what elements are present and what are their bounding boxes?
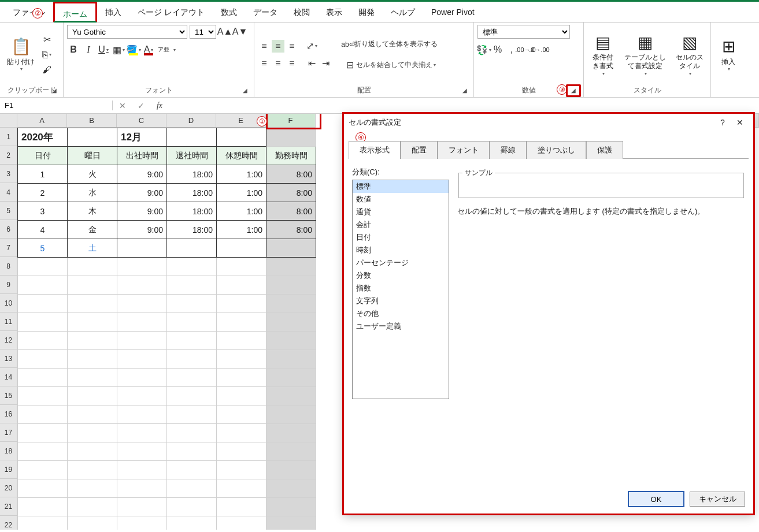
cell[interactable]: 休憩時間 (217, 147, 266, 165)
cell[interactable] (266, 258, 316, 276)
dialog-help-button[interactable]: ? (714, 114, 731, 131)
align-right-icon[interactable]: ≡ (286, 57, 298, 70)
row-header-17[interactable]: 17 (0, 423, 17, 442)
cell[interactable] (217, 369, 266, 387)
row-header-8[interactable]: 8 (0, 257, 17, 276)
cell[interactable] (18, 498, 68, 516)
cell[interactable]: 1:00 (217, 221, 266, 239)
cell-styles-button[interactable]: ▧セルのスタイル▾ (672, 31, 707, 79)
row-header-20[interactable]: 20 (0, 479, 17, 497)
font-launcher-icon[interactable]: ◢ (241, 87, 249, 95)
cell[interactable]: 曜日 (68, 147, 117, 165)
cell[interactable] (117, 442, 167, 461)
row-header-12[interactable]: 12 (0, 331, 17, 349)
cell[interactable] (68, 128, 117, 147)
menu-view[interactable]: 表示 (318, 2, 350, 23)
row-header-6[interactable]: 6 (0, 220, 17, 239)
fx-icon[interactable]: fx (152, 99, 167, 112)
cell[interactable] (217, 479, 266, 498)
enter-formula-icon[interactable]: ✓ (134, 99, 149, 112)
cell[interactable] (217, 442, 266, 461)
cell[interactable] (18, 258, 68, 276)
formula-input[interactable] (169, 98, 759, 113)
decrease-indent-icon[interactable]: ⇤ (305, 57, 318, 70)
cell[interactable] (117, 498, 167, 516)
cell[interactable]: 9:00 (117, 221, 167, 239)
category-item[interactable]: 数値 (353, 193, 449, 206)
dialog-tab-0[interactable]: 表示形式 (349, 141, 401, 159)
cell[interactable] (167, 128, 217, 147)
cell[interactable]: 火 (68, 165, 117, 184)
cell[interactable] (117, 516, 167, 530)
category-item[interactable]: ユーザー定義 (353, 320, 449, 333)
col-header-c[interactable]: C (117, 114, 166, 128)
dialog-close-button[interactable]: ✕ (731, 114, 749, 131)
col-header-f[interactable]: F (266, 114, 316, 128)
underline-button[interactable]: U▾ (97, 43, 110, 56)
copy-icon[interactable]: ⎘▾ (40, 49, 53, 61)
cell[interactable] (117, 295, 167, 313)
cell[interactable]: 8:00 (266, 202, 316, 221)
border-button[interactable]: ▦▾ (112, 43, 125, 56)
row-header-11[interactable]: 11 (0, 312, 17, 331)
cell[interactable] (117, 350, 167, 369)
merge-center-button[interactable]: ⊟セルを結合して中央揃え▾ (338, 57, 442, 73)
font-color-button[interactable]: A▾ (142, 43, 155, 56)
conditional-format-button[interactable]: ▤条件付き書式▾ (587, 31, 619, 79)
font-size-select[interactable]: 11 (190, 25, 216, 39)
category-item[interactable]: その他 (353, 307, 449, 320)
category-item[interactable]: 分数 (353, 269, 449, 282)
cell[interactable] (18, 350, 68, 369)
dialog-tab-4[interactable]: 塗りつぶし (527, 141, 586, 159)
cell[interactable] (266, 516, 316, 530)
cell[interactable]: 5 (18, 239, 68, 258)
cell[interactable]: 1:00 (217, 202, 266, 221)
cancel-button[interactable]: キャンセル (690, 492, 745, 507)
cell[interactable] (217, 258, 266, 276)
cell[interactable] (266, 479, 316, 498)
col-header-d[interactable]: D (166, 114, 216, 128)
ok-button[interactable]: OK (628, 492, 684, 507)
cell[interactable] (266, 387, 316, 405)
fill-color-button[interactable]: 🪣▾ (127, 43, 140, 56)
menu-pagelayout[interactable]: ページ レイアウト (129, 2, 213, 23)
row-header-22[interactable]: 22 (0, 516, 17, 530)
cell[interactable] (167, 516, 217, 530)
cancel-formula-icon[interactable]: ✕ (115, 99, 130, 112)
cell[interactable] (68, 516, 117, 530)
row-header-5[interactable]: 5 (0, 202, 17, 220)
decrease-font-icon[interactable]: A▼ (234, 25, 246, 38)
cell[interactable] (217, 295, 266, 313)
category-item[interactable]: 標準 (353, 180, 449, 193)
cell[interactable] (18, 332, 68, 350)
cell[interactable]: 4 (18, 221, 68, 239)
cell[interactable] (217, 313, 266, 332)
cell[interactable] (217, 405, 266, 424)
dialog-tab-2[interactable]: フォント (438, 141, 490, 159)
dialog-tab-1[interactable]: 配置 (401, 141, 438, 159)
category-item[interactable]: パーセンテージ (353, 256, 449, 269)
cell[interactable] (117, 387, 167, 405)
cell[interactable] (18, 295, 68, 313)
cell[interactable] (68, 350, 117, 369)
cell[interactable]: 退社時間 (167, 147, 217, 165)
cell[interactable] (18, 461, 68, 479)
cell[interactable] (217, 239, 266, 258)
cell[interactable] (266, 295, 316, 313)
cell[interactable] (18, 442, 68, 461)
category-item[interactable]: 指数 (353, 282, 449, 295)
cell[interactable]: 金 (68, 221, 117, 239)
cell[interactable] (117, 332, 167, 350)
cell[interactable]: 土 (68, 239, 117, 258)
cell[interactable] (18, 313, 68, 332)
cell[interactable] (117, 369, 167, 387)
cell[interactable] (117, 461, 167, 479)
cell[interactable] (266, 442, 316, 461)
cell[interactable] (217, 516, 266, 530)
cell[interactable] (167, 276, 217, 295)
cell[interactable]: 1:00 (217, 184, 266, 202)
font-name-select[interactable]: Yu Gothic (67, 25, 187, 39)
format-painter-icon[interactable]: 🖌 (40, 64, 53, 76)
cell[interactable] (167, 332, 217, 350)
italic-button[interactable]: I (82, 43, 95, 56)
